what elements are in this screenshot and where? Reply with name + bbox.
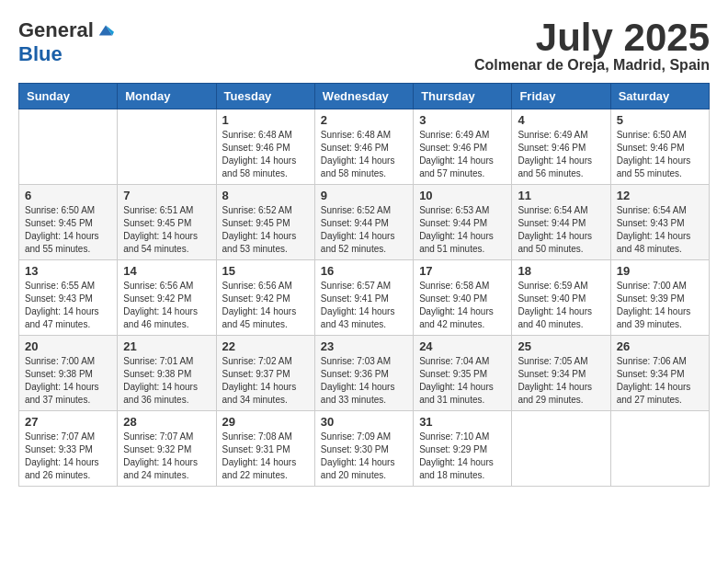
calendar-cell: 25Sunrise: 7:05 AM Sunset: 9:34 PM Dayli…: [512, 336, 610, 411]
day-info: Sunrise: 7:09 AM Sunset: 9:30 PM Dayligh…: [321, 431, 407, 482]
calendar-cell: 27Sunrise: 7:07 AM Sunset: 9:33 PM Dayli…: [19, 411, 118, 487]
day-info: Sunrise: 6:50 AM Sunset: 9:45 PM Dayligh…: [25, 204, 111, 256]
calendar-week-2: 6Sunrise: 6:50 AM Sunset: 9:45 PM Daylig…: [19, 185, 710, 260]
day-number: 14: [123, 264, 210, 278]
col-sunday: Sunday: [19, 84, 118, 109]
day-number: 12: [617, 189, 703, 202]
col-thursday: Thursday: [414, 84, 512, 109]
day-info: Sunrise: 7:00 AM Sunset: 9:38 PM Dayligh…: [25, 355, 111, 407]
day-number: 29: [222, 415, 309, 429]
day-info: Sunrise: 7:10 AM Sunset: 9:29 PM Dayligh…: [419, 431, 506, 482]
calendar-cell: 17Sunrise: 6:58 AM Sunset: 9:40 PM Dayli…: [414, 260, 512, 336]
calendar-cell: 6Sunrise: 6:50 AM Sunset: 9:45 PM Daylig…: [19, 185, 118, 260]
day-number: 16: [321, 264, 407, 278]
day-info: Sunrise: 7:07 AM Sunset: 9:33 PM Dayligh…: [25, 431, 111, 482]
calendar-cell: [610, 411, 709, 487]
calendar-cell: 24Sunrise: 7:04 AM Sunset: 9:35 PM Dayli…: [414, 336, 512, 411]
day-info: Sunrise: 7:01 AM Sunset: 9:38 PM Dayligh…: [123, 355, 210, 407]
day-info: Sunrise: 6:58 AM Sunset: 9:40 PM Dayligh…: [419, 280, 506, 331]
day-info: Sunrise: 7:02 AM Sunset: 9:37 PM Dayligh…: [222, 355, 309, 407]
col-wednesday: Wednesday: [314, 84, 413, 109]
day-info: Sunrise: 7:08 AM Sunset: 9:31 PM Dayligh…: [222, 431, 309, 482]
day-info: Sunrise: 6:52 AM Sunset: 9:45 PM Dayligh…: [222, 204, 309, 256]
location-subtitle: Colmenar de Oreja, Madrid, Spain: [474, 57, 710, 74]
calendar-cell: 14Sunrise: 6:56 AM Sunset: 9:42 PM Dayli…: [118, 260, 216, 336]
calendar-cell: 12Sunrise: 6:54 AM Sunset: 9:43 PM Dayli…: [610, 185, 709, 260]
day-info: Sunrise: 6:54 AM Sunset: 9:44 PM Dayligh…: [518, 204, 604, 256]
day-number: 24: [419, 339, 506, 353]
day-number: 20: [25, 339, 111, 353]
calendar-cell: 1Sunrise: 6:48 AM Sunset: 9:46 PM Daylig…: [216, 109, 314, 185]
calendar-cell: 31Sunrise: 7:10 AM Sunset: 9:29 PM Dayli…: [414, 411, 512, 487]
calendar-cell: 28Sunrise: 7:07 AM Sunset: 9:32 PM Dayli…: [118, 411, 216, 487]
calendar-cell: [118, 109, 216, 185]
day-number: 9: [321, 189, 407, 202]
day-number: 13: [25, 264, 111, 278]
calendar-week-1: 1Sunrise: 6:48 AM Sunset: 9:46 PM Daylig…: [19, 109, 710, 185]
calendar-cell: 11Sunrise: 6:54 AM Sunset: 9:44 PM Dayli…: [512, 185, 610, 260]
day-info: Sunrise: 6:54 AM Sunset: 9:43 PM Dayligh…: [617, 204, 703, 256]
day-number: 27: [25, 415, 111, 429]
calendar-cell: 21Sunrise: 7:01 AM Sunset: 9:38 PM Dayli…: [118, 336, 216, 411]
page-header: General Blue July 2025 Colmenar de Oreja…: [18, 18, 710, 74]
calendar-table: Sunday Monday Tuesday Wednesday Thursday…: [18, 83, 710, 487]
calendar-cell: 7Sunrise: 6:51 AM Sunset: 9:45 PM Daylig…: [118, 185, 216, 260]
day-number: 7: [123, 189, 210, 202]
col-tuesday: Tuesday: [216, 84, 314, 109]
day-number: 25: [518, 339, 604, 353]
col-monday: Monday: [118, 84, 216, 109]
calendar-cell: 2Sunrise: 6:48 AM Sunset: 9:46 PM Daylig…: [314, 109, 413, 185]
day-info: Sunrise: 6:56 AM Sunset: 9:42 PM Dayligh…: [222, 280, 309, 331]
day-number: 3: [419, 113, 506, 127]
calendar-cell: 29Sunrise: 7:08 AM Sunset: 9:31 PM Dayli…: [216, 411, 314, 487]
day-number: 18: [518, 264, 604, 278]
calendar-cell: 30Sunrise: 7:09 AM Sunset: 9:30 PM Dayli…: [314, 411, 413, 487]
day-number: 30: [321, 415, 407, 429]
calendar-cell: 26Sunrise: 7:06 AM Sunset: 9:34 PM Dayli…: [610, 336, 709, 411]
calendar-cell: 4Sunrise: 6:49 AM Sunset: 9:46 PM Daylig…: [512, 109, 610, 185]
day-info: Sunrise: 6:56 AM Sunset: 9:42 PM Dayligh…: [123, 280, 210, 331]
day-number: 4: [518, 113, 604, 127]
day-number: 1: [222, 113, 309, 127]
day-info: Sunrise: 6:49 AM Sunset: 9:46 PM Dayligh…: [518, 129, 604, 180]
day-info: Sunrise: 6:48 AM Sunset: 9:46 PM Dayligh…: [222, 129, 309, 180]
day-info: Sunrise: 6:53 AM Sunset: 9:44 PM Dayligh…: [419, 204, 506, 256]
calendar-cell: 19Sunrise: 7:00 AM Sunset: 9:39 PM Dayli…: [610, 260, 709, 336]
day-number: 17: [419, 264, 506, 278]
calendar-week-5: 27Sunrise: 7:07 AM Sunset: 9:33 PM Dayli…: [19, 411, 710, 487]
col-friday: Friday: [512, 84, 610, 109]
day-number: 19: [617, 264, 703, 278]
month-title: July 2025: [474, 18, 710, 57]
calendar-cell: [19, 109, 118, 185]
calendar-cell: 8Sunrise: 6:52 AM Sunset: 9:45 PM Daylig…: [216, 185, 314, 260]
day-info: Sunrise: 7:05 AM Sunset: 9:34 PM Dayligh…: [518, 355, 604, 407]
day-number: 22: [222, 339, 309, 353]
day-number: 31: [419, 415, 506, 429]
day-number: 8: [222, 189, 309, 202]
day-number: 6: [25, 189, 111, 202]
calendar-header-row: Sunday Monday Tuesday Wednesday Thursday…: [19, 84, 710, 109]
calendar-cell: 9Sunrise: 6:52 AM Sunset: 9:44 PM Daylig…: [314, 185, 413, 260]
day-number: 2: [321, 113, 407, 127]
day-number: 28: [123, 415, 210, 429]
day-info: Sunrise: 7:04 AM Sunset: 9:35 PM Dayligh…: [419, 355, 506, 407]
day-info: Sunrise: 6:48 AM Sunset: 9:46 PM Dayligh…: [321, 129, 407, 180]
calendar-week-4: 20Sunrise: 7:00 AM Sunset: 9:38 PM Dayli…: [19, 336, 710, 411]
day-info: Sunrise: 6:50 AM Sunset: 9:46 PM Dayligh…: [617, 129, 703, 180]
day-info: Sunrise: 6:55 AM Sunset: 9:43 PM Dayligh…: [25, 280, 111, 331]
calendar-cell: 18Sunrise: 6:59 AM Sunset: 9:40 PM Dayli…: [512, 260, 610, 336]
day-number: 21: [123, 339, 210, 353]
calendar-cell: 22Sunrise: 7:02 AM Sunset: 9:37 PM Dayli…: [216, 336, 314, 411]
day-info: Sunrise: 6:59 AM Sunset: 9:40 PM Dayligh…: [518, 280, 604, 331]
day-number: 11: [518, 189, 604, 202]
day-info: Sunrise: 7:06 AM Sunset: 9:34 PM Dayligh…: [617, 355, 703, 407]
calendar-cell: [512, 411, 610, 487]
day-info: Sunrise: 6:52 AM Sunset: 9:44 PM Dayligh…: [321, 204, 407, 256]
day-number: 5: [617, 113, 703, 127]
day-info: Sunrise: 7:00 AM Sunset: 9:39 PM Dayligh…: [617, 280, 703, 331]
calendar-cell: 10Sunrise: 6:53 AM Sunset: 9:44 PM Dayli…: [414, 185, 512, 260]
day-info: Sunrise: 7:03 AM Sunset: 9:36 PM Dayligh…: [321, 355, 407, 407]
day-info: Sunrise: 6:51 AM Sunset: 9:45 PM Dayligh…: [123, 204, 210, 256]
day-info: Sunrise: 7:07 AM Sunset: 9:32 PM Dayligh…: [123, 431, 210, 482]
calendar-cell: 20Sunrise: 7:00 AM Sunset: 9:38 PM Dayli…: [19, 336, 118, 411]
